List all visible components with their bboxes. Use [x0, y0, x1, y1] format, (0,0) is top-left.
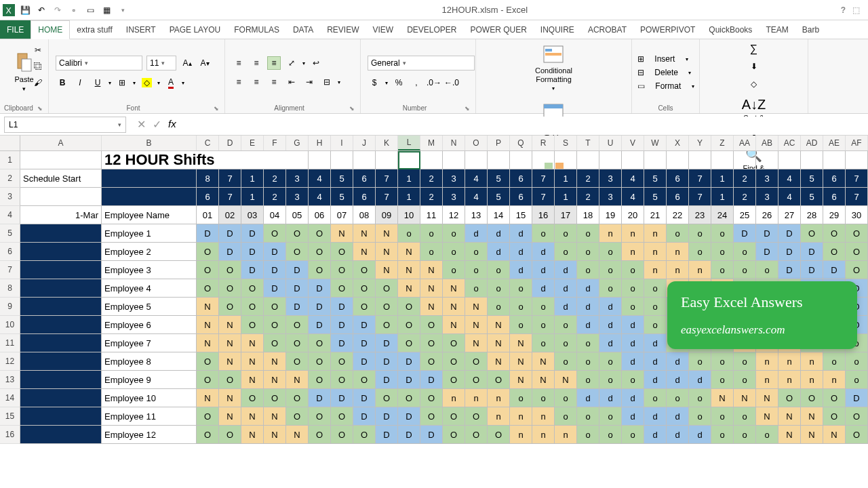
cell-P1[interactable] [488, 151, 510, 169]
shift-7-30[interactable]: O [846, 261, 868, 279]
shift-15-13[interactable]: O [465, 407, 488, 426]
shift-8-8[interactable]: O [353, 279, 376, 298]
shift-12-25[interactable]: o [734, 352, 756, 371]
day-header-26[interactable]: 26 [756, 206, 778, 224]
shift-6-27[interactable]: D [778, 243, 801, 261]
day-header-14[interactable]: 14 [488, 206, 510, 224]
shift-8-5[interactable]: D [286, 279, 309, 298]
day-header-18[interactable]: 18 [577, 206, 599, 224]
shift-12-30[interactable]: o [846, 352, 868, 371]
row-header-5[interactable]: 5 [0, 224, 20, 243]
cell-A13[interactable] [20, 371, 102, 389]
col-header-Q[interactable]: Q [510, 136, 532, 150]
shift-15-28[interactable]: N [801, 407, 823, 426]
autosum-icon[interactable]: ∑ [747, 42, 761, 56]
shift-11-11[interactable]: O [420, 334, 443, 352]
row3-num-0[interactable]: 6 [197, 188, 219, 206]
col-header-O[interactable]: O [465, 136, 488, 150]
shift-14-25[interactable]: N [734, 389, 756, 407]
shift-7-12[interactable]: o [443, 261, 465, 279]
shift-10-18[interactable]: d [577, 316, 599, 334]
cell-N1[interactable] [443, 151, 465, 169]
row-header-10[interactable]: 10 [0, 316, 20, 334]
shift-5-21[interactable]: n [644, 224, 667, 243]
day-header-24[interactable]: 24 [711, 206, 734, 224]
row3-num-20[interactable]: 5 [644, 188, 667, 206]
shift-14-12[interactable]: n [443, 389, 465, 407]
shift-14-15[interactable]: o [510, 389, 532, 407]
align-bottom-icon[interactable]: ≡ [267, 56, 281, 70]
col-header-AD[interactable]: AD [801, 136, 823, 150]
shift-15-18[interactable]: o [577, 407, 599, 426]
cell-A11[interactable] [20, 334, 102, 352]
shift-13-11[interactable]: D [420, 371, 443, 389]
shift-12-11[interactable]: O [420, 352, 443, 371]
shift-5-8[interactable]: N [353, 224, 376, 243]
shift-6-23[interactable]: o [689, 243, 711, 261]
shift-7-29[interactable]: D [823, 261, 846, 279]
shift-13-23[interactable]: d [689, 371, 711, 389]
shift-14-18[interactable]: d [577, 389, 599, 407]
shift-9-11[interactable]: N [420, 298, 443, 316]
col-header-H[interactable]: H [309, 136, 331, 150]
cell-Z1[interactable] [711, 151, 734, 169]
shift-9-12[interactable]: N [443, 298, 465, 316]
day-header-16[interactable]: 16 [532, 206, 555, 224]
day-header-11[interactable]: 11 [420, 206, 443, 224]
shift-16-15[interactable]: n [510, 426, 532, 444]
shift-5-22[interactable]: o [667, 224, 689, 243]
row2-num-18[interactable]: 3 [599, 169, 622, 188]
shift-5-9[interactable]: N [376, 224, 398, 243]
shift-6-8[interactable]: N [353, 243, 376, 261]
row3-num-22[interactable]: 7 [689, 188, 711, 206]
day-header-09[interactable]: 09 [376, 206, 398, 224]
shift-15-30[interactable]: O [846, 407, 868, 426]
shift-13-17[interactable]: N [555, 371, 577, 389]
day-header-20[interactable]: 20 [622, 206, 644, 224]
shift-15-22[interactable]: d [667, 407, 689, 426]
shift-16-27[interactable]: N [778, 426, 801, 444]
shift-6-15[interactable]: d [510, 243, 532, 261]
shift-13-20[interactable]: o [622, 371, 644, 389]
row-header-1[interactable]: 1 [0, 151, 20, 169]
shift-13-28[interactable]: n [801, 371, 823, 389]
day-header-30[interactable]: 30 [846, 206, 868, 224]
increase-decimal-icon[interactable]: .0→ [427, 76, 441, 89]
shift-14-14[interactable]: n [488, 389, 510, 407]
row3-num-27[interactable]: 5 [801, 188, 823, 206]
shift-9-13[interactable]: N [465, 298, 488, 316]
shift-5-28[interactable]: O [801, 224, 823, 243]
shift-9-21[interactable]: o [644, 298, 667, 316]
ribbon-display-icon[interactable]: ⬚ [852, 5, 860, 15]
cell-Q1[interactable] [510, 151, 532, 169]
shift-10-4[interactable]: O [264, 316, 286, 334]
enter-icon[interactable]: ✓ [153, 118, 161, 131]
shift-12-7[interactable]: O [331, 352, 353, 371]
shift-12-13[interactable]: O [465, 352, 488, 371]
shift-11-18[interactable]: o [577, 334, 599, 352]
shift-5-16[interactable]: o [532, 224, 555, 243]
shift-8-16[interactable]: d [532, 279, 555, 298]
shift-10-12[interactable]: N [443, 316, 465, 334]
shift-8-9[interactable]: O [376, 279, 398, 298]
shift-9-8[interactable]: O [353, 298, 376, 316]
shift-7-1[interactable]: O [197, 261, 219, 279]
shift-9-7[interactable]: D [331, 298, 353, 316]
help-icon[interactable]: ? [841, 5, 846, 15]
shift-7-5[interactable]: D [286, 261, 309, 279]
row3-num-1[interactable]: 7 [219, 188, 241, 206]
shift-6-20[interactable]: n [622, 243, 644, 261]
col-header-AF[interactable]: AF [846, 136, 868, 150]
cell-A10[interactable] [20, 316, 102, 334]
shift-8-6[interactable]: D [309, 279, 331, 298]
date-cell[interactable]: 1-Mar [20, 206, 102, 224]
shift-15-24[interactable]: o [711, 407, 734, 426]
cell-Y1[interactable] [689, 151, 711, 169]
shift-16-30[interactable]: O [846, 426, 868, 444]
shift-12-16[interactable]: N [532, 352, 555, 371]
shift-6-14[interactable]: d [488, 243, 510, 261]
shift-16-6[interactable]: O [309, 426, 331, 444]
shift-7-18[interactable]: o [577, 261, 599, 279]
shift-8-20[interactable]: o [622, 279, 644, 298]
shift-16-13[interactable]: O [465, 426, 488, 444]
